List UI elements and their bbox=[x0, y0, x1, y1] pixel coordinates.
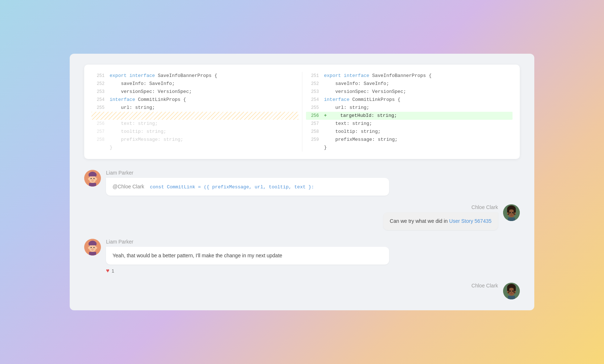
code-line: 257 text: string; bbox=[306, 120, 513, 128]
code-line: } bbox=[306, 144, 513, 152]
code-line: 258 tooltip: string; bbox=[306, 128, 513, 136]
code-line: 254 interface CommitLinkProps { bbox=[91, 96, 298, 104]
svg-point-8 bbox=[96, 178, 97, 180]
svg-rect-20 bbox=[508, 217, 515, 221]
story-link[interactable]: User Story 567435 bbox=[449, 218, 491, 224]
code-diff-right: 251 export interface SaveInfoBannerProps… bbox=[302, 72, 517, 152]
svg-point-37 bbox=[512, 290, 514, 292]
message-body-chloe-2: Chloe Clark bbox=[84, 283, 498, 291]
message-liam-1: Liam Parker @Chloe Clark const CommitLin… bbox=[84, 170, 520, 196]
svg-rect-41 bbox=[508, 296, 515, 299]
svg-point-7 bbox=[88, 178, 90, 180]
svg-rect-24 bbox=[89, 242, 97, 245]
svg-rect-30 bbox=[89, 252, 96, 255]
svg-point-28 bbox=[88, 247, 90, 249]
reaction-count: 1 bbox=[112, 268, 114, 274]
sender-name-liam-2: Liam Parker bbox=[106, 239, 520, 245]
message-body-chloe-1: Chloe Clark Can we try what we did in Us… bbox=[84, 204, 498, 230]
chat-area: Liam Parker @Chloe Clark const CommitLin… bbox=[70, 166, 534, 311]
svg-point-6 bbox=[92, 179, 93, 180]
code-line: 256 text: string; bbox=[91, 120, 298, 128]
svg-point-19 bbox=[514, 212, 516, 214]
code-line: 257 tooltip: string; bbox=[91, 128, 298, 136]
svg-point-5 bbox=[94, 178, 95, 179]
avatar-liam-2 bbox=[84, 239, 101, 255]
message-chloe-2: Chloe Clark bbox=[84, 283, 520, 299]
svg-point-40 bbox=[514, 291, 516, 293]
code-line: 251 export interface SaveInfoBannerProps… bbox=[91, 72, 298, 80]
svg-point-16 bbox=[512, 212, 514, 213]
message-bubble-liam-1: @Chloe Clark const CommitLink = ({ prefi… bbox=[106, 178, 389, 196]
heart-icon[interactable]: ♥ bbox=[106, 267, 110, 274]
chloe-avatar-svg bbox=[503, 204, 520, 221]
code-line: 252 saveInfo: SaveInfo; bbox=[91, 80, 298, 88]
code-line: } bbox=[91, 144, 298, 152]
code-line: 251 export interface SaveInfoBannerProps… bbox=[306, 72, 513, 80]
code-line: 252 saveInfo: SaveInfo; bbox=[306, 80, 513, 88]
svg-point-18 bbox=[507, 212, 509, 214]
code-line: 258 prefixMessage: string; bbox=[91, 136, 298, 144]
svg-rect-3 bbox=[89, 173, 97, 176]
code-line: 259 prefixMessage: string; bbox=[306, 136, 513, 144]
liam-avatar-svg bbox=[84, 170, 101, 187]
svg-rect-9 bbox=[89, 183, 96, 187]
svg-point-29 bbox=[96, 247, 97, 249]
message-liam-2: Liam Parker Yeah, that would be a better… bbox=[84, 239, 520, 274]
code-snippet: const CommitLink = ({ prefixMessage, url… bbox=[150, 184, 314, 190]
svg-point-39 bbox=[507, 291, 509, 293]
code-line: 255 url: string; bbox=[306, 104, 513, 112]
code-line-deleted bbox=[91, 112, 298, 120]
mention-text: @Chloe Clark bbox=[113, 184, 144, 189]
svg-point-26 bbox=[94, 247, 95, 248]
code-diff-panel: 251 export interface SaveInfoBannerProps… bbox=[84, 65, 520, 159]
svg-point-27 bbox=[92, 248, 93, 249]
svg-point-36 bbox=[510, 290, 511, 292]
message-chloe-1: Chloe Clark Can we try what we did in Us… bbox=[84, 204, 520, 230]
sender-name-chloe-2: Chloe Clark bbox=[472, 283, 498, 289]
svg-point-38 bbox=[511, 292, 512, 293]
chloe-avatar-svg-2 bbox=[503, 283, 520, 299]
message-body-liam-2: Liam Parker Yeah, that would be a better… bbox=[106, 239, 520, 274]
svg-point-4 bbox=[91, 178, 92, 179]
svg-point-25 bbox=[91, 247, 92, 248]
message-body-liam-1: Liam Parker @Chloe Clark const CommitLin… bbox=[106, 170, 520, 196]
message-text-liam-2: Yeah, that would be a better pattern, I'… bbox=[113, 253, 282, 258]
reaction-row: ♥ 1 bbox=[106, 267, 520, 274]
liam-avatar-svg-2 bbox=[84, 239, 101, 255]
avatar-liam bbox=[84, 170, 101, 187]
svg-point-17 bbox=[511, 214, 512, 214]
message-bubble-liam-2: Yeah, that would be a better pattern, I'… bbox=[106, 247, 389, 265]
main-container: 251 export interface SaveInfoBannerProps… bbox=[70, 54, 534, 311]
code-line: 254 interface CommitLinkProps { bbox=[306, 96, 513, 104]
code-line: 255 url: string; bbox=[91, 104, 298, 112]
sender-name-liam: Liam Parker bbox=[106, 170, 520, 176]
code-line: 253 versionSpec: VersionSpec; bbox=[306, 88, 513, 96]
avatar-chloe-2 bbox=[503, 283, 520, 299]
code-diff-left: 251 export interface SaveInfoBannerProps… bbox=[88, 72, 302, 152]
message-text-before: Can we try what we did in bbox=[390, 218, 449, 224]
code-line: 253 versionSpec: VersionSpec; bbox=[91, 88, 298, 96]
code-line-added: 256 + targetHubId: string; bbox=[306, 112, 513, 120]
svg-point-15 bbox=[510, 212, 511, 213]
avatar-chloe bbox=[503, 204, 520, 221]
message-bubble-chloe-1: Can we try what we did in User Story 567… bbox=[383, 212, 498, 230]
sender-name-chloe: Chloe Clark bbox=[472, 204, 498, 210]
